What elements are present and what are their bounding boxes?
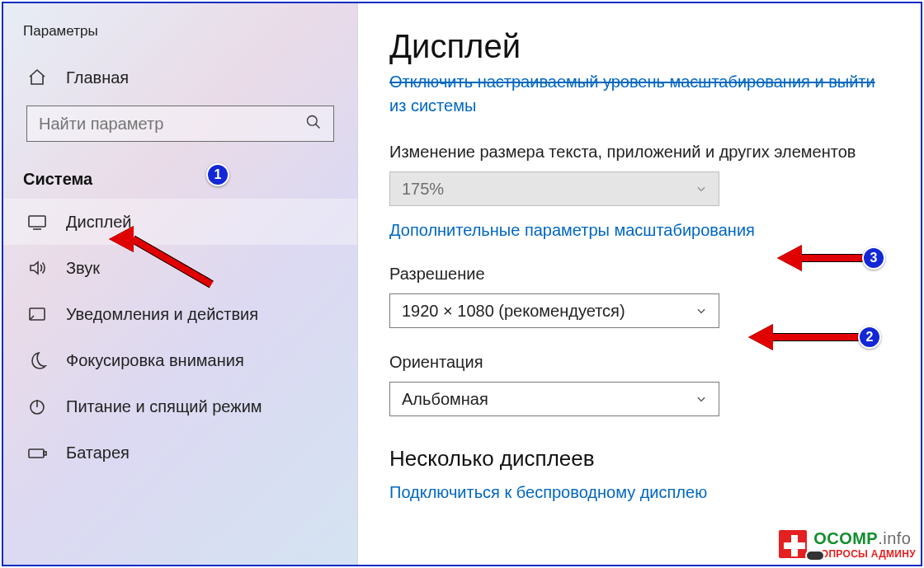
sidebar-item-label: Уведомления и действия	[66, 305, 258, 324]
annotation-arrow-3-head	[777, 245, 802, 271]
sidebar-item-focus[interactable]: Фокусировка внимания	[3, 337, 357, 383]
annotation-arrow-2-head	[748, 324, 773, 350]
display-icon	[26, 212, 48, 232]
watermark: OCOMP.info ВОПРОСЫ АДМИНУ	[777, 528, 916, 560]
annotation-arrow-2-shaft	[772, 333, 859, 341]
svg-rect-5	[44, 452, 46, 455]
chevron-down-icon	[695, 302, 707, 321]
app-title: Параметры	[3, 10, 357, 54]
sidebar-item-label: Питание и спящий режим	[66, 397, 262, 416]
link-line1: Отключить настраиваемый уровень масштаби…	[389, 73, 875, 91]
annotation-arrow-1-head	[109, 226, 134, 252]
watermark-text: OCOMP.info ВОПРОСЫ АДМИНУ	[813, 529, 916, 560]
scale-label: Изменение размера текста, приложений и д…	[389, 143, 889, 162]
search-input[interactable]	[39, 115, 280, 134]
sidebar-item-label: Фокусировка внимания	[66, 351, 244, 370]
sidebar-item-battery[interactable]: Батарея	[3, 430, 357, 476]
scale-dropdown: 175%	[389, 171, 719, 206]
annotation-badge-1: 1	[206, 163, 229, 186]
disable-scaling-link[interactable]: Отключить настраиваемый уровень масштаби…	[389, 70, 889, 118]
search-icon	[305, 114, 322, 134]
sidebar-item-notifications[interactable]: Уведомления и действия	[3, 291, 357, 337]
sidebar-item-display[interactable]: Дисплей	[3, 199, 357, 245]
multi-display-heading: Несколько дисплеев	[389, 446, 889, 472]
nav-home-label: Главная	[66, 68, 129, 87]
notifications-icon	[26, 304, 48, 324]
resolution-label: Разрешение	[389, 265, 889, 284]
sidebar-section-system: Система	[3, 150, 357, 199]
wireless-display-link[interactable]: Подключиться к беспроводному дисплею	[389, 483, 889, 502]
home-icon	[26, 68, 48, 87]
watermark-tagline: ВОПРОСЫ АДМИНУ	[813, 548, 916, 560]
sidebar-item-power[interactable]: Питание и спящий режим	[3, 383, 357, 430]
watermark-suffix: .info	[878, 529, 911, 547]
page-title: Дисплей	[389, 28, 889, 65]
svg-rect-4	[29, 449, 44, 458]
main-panel: Дисплей Отключить настраиваемый уровень …	[358, 3, 921, 565]
sound-icon	[26, 258, 48, 278]
sidebar-item-label: Звук	[66, 259, 100, 278]
plus-icon	[777, 528, 808, 560]
svg-point-0	[308, 116, 318, 126]
sidebar: Параметры Главная Система Дисплей	[3, 3, 358, 565]
link-line2: из системы	[389, 96, 476, 115]
moon-icon	[26, 350, 48, 370]
resolution-dropdown[interactable]: 1920 × 1080 (рекомендуется)	[389, 293, 719, 328]
annotation-badge-2: 2	[858, 326, 881, 349]
annotation-arrow-3-shaft	[801, 254, 863, 262]
resolution-value: 1920 × 1080 (рекомендуется)	[402, 302, 625, 321]
orientation-dropdown[interactable]: Альбомная	[389, 382, 719, 416]
nav-home[interactable]: Главная	[3, 54, 357, 101]
watermark-logo	[777, 528, 808, 560]
chevron-down-icon	[695, 180, 707, 199]
sidebar-item-label: Батарея	[66, 444, 130, 462]
annotation-badge-3: 3	[862, 246, 885, 270]
orientation-value: Альбомная	[402, 390, 488, 409]
orientation-label: Ориентация	[389, 353, 889, 372]
search-box[interactable]	[26, 106, 334, 142]
scale-value: 175%	[402, 180, 444, 199]
battery-icon	[26, 443, 48, 462]
power-icon	[26, 397, 48, 416]
mouse-icon	[805, 550, 825, 561]
svg-rect-1	[29, 216, 45, 227]
chevron-down-icon	[695, 390, 707, 409]
settings-window: Параметры Главная Система Дисплей	[2, 2, 922, 566]
advanced-scaling-link[interactable]: Дополнительные параметры масштабирования	[389, 221, 889, 240]
search-wrap	[3, 101, 357, 150]
watermark-brand: OCOMP	[813, 529, 878, 547]
